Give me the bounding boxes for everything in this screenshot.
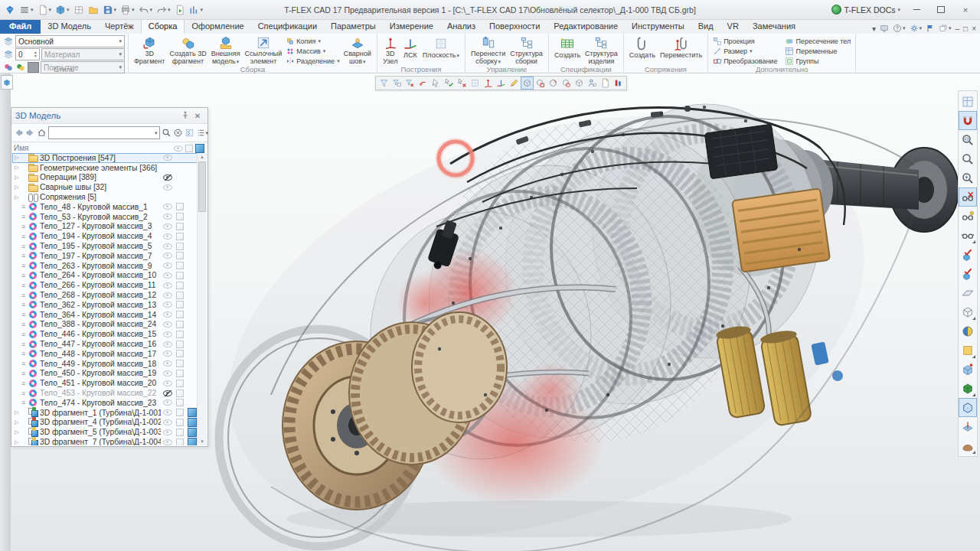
visibility-eye-icon[interactable]	[162, 174, 173, 181]
cube-target-button[interactable]	[959, 360, 977, 379]
undo-button[interactable]: ▾	[137, 4, 155, 16]
scroll-thumb[interactable]	[198, 161, 206, 212]
tree-item[interactable]: ▷ ≡ Тело_48 - Круговой массив_1	[12, 202, 198, 212]
tree-item[interactable]: ▷ ≡ Тело_388 - Круговой массив_24	[12, 320, 198, 330]
move-assembly-button[interactable]: Перенестисборку	[469, 35, 508, 66]
solid-cube-icon[interactable]	[175, 243, 185, 250]
visibility-eye-icon[interactable]	[162, 272, 173, 279]
solid-cube-icon[interactable]	[175, 252, 185, 259]
select-fragment-button[interactable]	[599, 77, 612, 90]
selector-filter-button[interactable]	[377, 77, 390, 90]
assembly-structure-button[interactable]: Структурасборки	[508, 35, 545, 66]
solid-cube-icon[interactable]	[175, 370, 185, 377]
multiselect-button[interactable]	[185, 126, 194, 139]
search-input[interactable]	[51, 128, 155, 138]
variables-button[interactable]: Переменные	[783, 46, 852, 56]
visibility-eye-icon[interactable]	[162, 253, 173, 259]
visibility-eye-icon[interactable]	[162, 390, 173, 396]
fragment-3d-button[interactable]: 3DФрагмент	[132, 35, 167, 66]
select-face-button[interactable]	[534, 77, 547, 90]
solid-cube-icon[interactable]	[175, 409, 185, 416]
restore-button[interactable]	[929, 2, 952, 18]
visibility-eye-icon[interactable]	[162, 204, 173, 210]
tree-item[interactable]: ▷ ≡ Тело_447 - Круговой массив_16	[12, 339, 198, 349]
new-3d-model-button[interactable]: ▾	[54, 4, 71, 16]
expander-icon[interactable]: ▷	[14, 183, 20, 192]
back-button[interactable]	[14, 126, 24, 139]
visibility-eye-icon[interactable]	[162, 380, 173, 386]
solid-cube-icon[interactable]	[175, 350, 185, 357]
fragment-cube-icon[interactable]	[186, 408, 198, 417]
tree-item[interactable]: ▷ ≡ Тело_197 - Круговой массив_7	[12, 251, 198, 261]
visibility-eye-icon[interactable]	[162, 350, 173, 357]
page-layout-button[interactable]	[959, 92, 977, 111]
visibility-eye-icon[interactable]	[162, 223, 173, 230]
visibility-eye-icon[interactable]	[162, 370, 173, 377]
help-button[interactable]: ▾	[891, 23, 907, 34]
create-bom-button[interactable]: Создать	[552, 35, 583, 66]
visibility-options-button[interactable]	[959, 226, 977, 245]
sketch-draw-button[interactable]	[508, 77, 521, 90]
menu-tab-annotation[interactable]: Оформление	[185, 20, 250, 34]
solid-cube-icon[interactable]	[175, 380, 185, 387]
visibility-eye-icon[interactable]	[162, 184, 173, 191]
expander-icon[interactable]: ▷	[14, 153, 20, 162]
visibility-eye-icon[interactable]	[162, 302, 173, 308]
visibility-eye-icon[interactable]	[162, 292, 173, 298]
tree-item[interactable]: ▷ ≡ Тело_450 - Круговой массив_19	[12, 369, 198, 379]
clear-filter-button[interactable]	[173, 126, 183, 139]
menu-tab-tools[interactable]: Инструменты	[625, 20, 691, 34]
tree-item[interactable]: ▷ ≡ Тело_266 - Круговой массив_11	[12, 280, 198, 290]
tree-item[interactable]: ▷ ≡ 3D фрагмент_5 (Турбина\Д-1-003 Крышк…	[12, 427, 198, 437]
workplane-view-button[interactable]	[959, 283, 977, 302]
tree-item[interactable]: ▷ ≡ Тело_195 - Круговой массив_5	[12, 241, 198, 251]
visibility-eye-icon[interactable]	[162, 360, 173, 367]
save-document-button[interactable]: ▾	[101, 4, 119, 16]
zoom-all-button[interactable]	[959, 168, 977, 187]
tree-item[interactable]: ▷ ≡ 3D Построения [547]	[12, 153, 198, 163]
tflex-docs-button[interactable]: T-FLEX DOCs ▾	[828, 4, 903, 15]
visibility-column-icon[interactable]	[173, 145, 184, 152]
tree-item[interactable]: ▷ ≡ Тело_194 - Круговой массив_4	[12, 231, 198, 241]
visibility-eye-icon[interactable]	[162, 341, 173, 347]
document-preview-button[interactable]	[173, 4, 187, 16]
fragment-cube-icon[interactable]	[186, 418, 198, 427]
ribbon-options-button[interactable]: ▾	[871, 24, 877, 34]
visibility-eye-icon[interactable]	[162, 419, 173, 425]
solid-cube-icon[interactable]	[175, 429, 185, 436]
solid-cube-icon[interactable]	[175, 439, 185, 446]
array-button[interactable]: Массив	[284, 46, 341, 56]
menu-tab-3d-model[interactable]: 3D Модель	[41, 20, 98, 34]
tree-scrollbar[interactable]: ▲ ▼	[197, 153, 207, 445]
solid-cube-icon[interactable]	[175, 311, 185, 318]
minimize-button[interactable]	[905, 2, 928, 18]
solid-cube-icon[interactable]	[175, 399, 185, 406]
tree-item[interactable]: ▷ ≡ Сопряжения [5]	[12, 192, 198, 202]
tree-item[interactable]: ▷ ≡ Тело_127 - Круговой массив_3	[12, 222, 198, 232]
menu-tab-file[interactable]: Файл	[0, 20, 41, 34]
wireframe-display-button[interactable]	[959, 398, 977, 417]
zoom-window-button[interactable]	[959, 130, 977, 149]
visibility-eye-icon[interactable]	[162, 399, 173, 406]
create-3d-fragment-button[interactable]: Создать 3Dфрагмент	[167, 35, 208, 66]
print-document-button[interactable]: ▾	[119, 4, 136, 16]
tree-item[interactable]: ▷ ≡ Сварные швы [32]	[12, 182, 198, 192]
display-mode-button[interactable]	[878, 23, 890, 34]
viewport-3d[interactable]: 3D Модель ✕ ▾ ▾	[11, 73, 980, 551]
cancel-selection-button[interactable]	[456, 77, 469, 90]
view-options-button[interactable]: ▾	[196, 126, 209, 139]
solid-cube-icon[interactable]	[175, 282, 185, 289]
menu-tab-comments[interactable]: Замечания	[746, 20, 802, 34]
flag-status-button[interactable]	[924, 23, 936, 34]
select-body-button[interactable]	[521, 77, 534, 90]
tree-item[interactable]: ▷ ≡ Тело_448 - Круговой массив_17	[12, 349, 198, 359]
copy-button[interactable]: Копия	[284, 36, 341, 46]
tree-item[interactable]: ▷ ≡ 3D фрагмент_7 (Турбина\Д-1-004 Вал.g…	[12, 437, 198, 445]
menu-tab-view[interactable]: Вид	[691, 20, 720, 34]
visibility-eye-icon[interactable]	[162, 233, 173, 240]
search-button[interactable]	[162, 126, 172, 139]
select-solid-button[interactable]	[573, 77, 586, 90]
lcs-snap-button[interactable]	[495, 77, 508, 90]
visibility-eye-icon[interactable]	[162, 155, 173, 161]
tree-item[interactable]: ▷ ≡ Тело_453 - Круговой массив_22	[12, 388, 198, 398]
